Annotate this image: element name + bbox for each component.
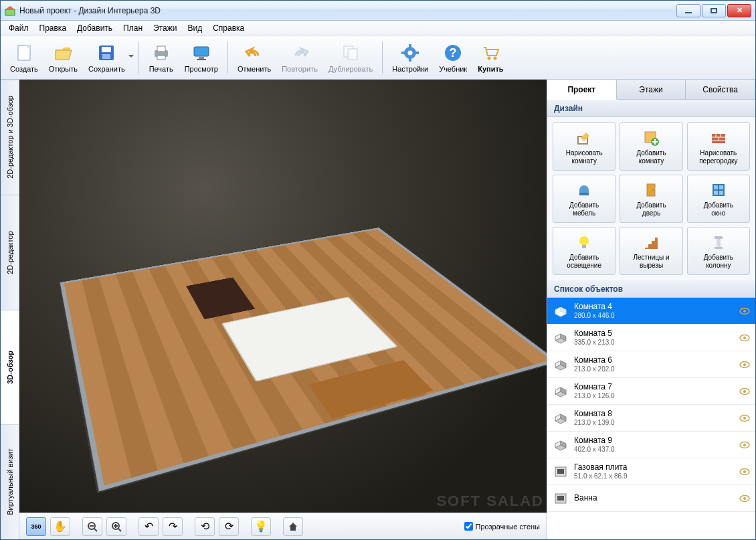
menu-edit[interactable]: Правка — [34, 21, 72, 35]
rotate-cw-button[interactable]: ↷ — [163, 517, 183, 536]
lighting-button[interactable]: 💡 — [251, 517, 271, 536]
object-list-item[interactable]: Комната 8213.0 x 139.0 — [547, 405, 755, 432]
window-icon — [709, 181, 728, 199]
svg-rect-49 — [582, 245, 586, 248]
panel-tabs: Проект Этажи Свойства — [547, 80, 755, 100]
visibility-eye-icon[interactable] — [739, 387, 750, 395]
maximize-button[interactable] — [702, 4, 726, 17]
object-dimensions: 213.0 x 139.0 — [574, 419, 734, 427]
object-list-item[interactable]: Комната 6213.0 x 202.0 — [547, 351, 755, 378]
settings-button[interactable]: Настройки — [387, 39, 434, 76]
svg-point-58 — [743, 363, 746, 366]
view-360-button[interactable]: 360 — [26, 517, 46, 536]
svg-marker-32 — [289, 523, 297, 531]
object-list-item[interactable]: Газовая плита51.0 x 62.1 x 86.9 — [547, 458, 755, 485]
object-list-item[interactable]: Комната 4280.0 x 446.0 — [547, 298, 755, 325]
object-list-item[interactable]: Комната 5335.0 x 213.0 — [547, 325, 755, 351]
draw-partition-button[interactable]: Нарисоватьперегородку — [687, 122, 750, 171]
stairs-cutouts-button[interactable]: Лестницы ивырезы — [620, 227, 682, 275]
object-name: Комната 4 — [574, 302, 734, 311]
draw-room-button[interactable]: Нарисоватькомнату — [553, 122, 616, 171]
redo-button[interactable]: Повторить — [276, 39, 323, 76]
svg-rect-11 — [199, 57, 204, 59]
menu-file[interactable]: Файл — [3, 21, 34, 35]
zoom-out-button[interactable] — [82, 517, 102, 536]
rotate-ccw-button[interactable]: ↶ — [138, 517, 159, 536]
open-button[interactable]: Открыть — [43, 39, 83, 76]
view-toolbar: 360 ✋ ↶ ↷ ⟲ ⟳ 💡 Прозрачные стены — [19, 513, 547, 539]
visibility-eye-icon[interactable] — [739, 361, 750, 369]
menu-add[interactable]: Добавить — [72, 21, 118, 35]
room-3d-icon — [553, 385, 569, 398]
zoom-in-button[interactable] — [106, 517, 126, 536]
menu-help[interactable]: Справка — [207, 21, 250, 35]
rotate-ccw-icon: ↶ — [145, 520, 153, 533]
buy-button[interactable]: Купить — [472, 39, 508, 76]
save-dropdown[interactable] — [128, 55, 134, 60]
tab-floors[interactable]: Этажи — [617, 80, 686, 99]
main-body: 2D-редактор и 3D-обзор 2D-редактор 3D-об… — [1, 80, 755, 539]
vtab-2d-editor[interactable]: 2D-редактор — [1, 195, 19, 310]
visibility-eye-icon[interactable] — [739, 307, 750, 315]
add-column-button[interactable]: Добавитьколонну — [687, 227, 750, 275]
visibility-eye-icon[interactable] — [739, 468, 750, 476]
undo-button[interactable]: Отменить — [232, 39, 276, 76]
svg-rect-2 — [18, 46, 30, 60]
tab-project[interactable]: Проект — [547, 80, 617, 100]
minimize-button[interactable] — [676, 4, 700, 17]
svg-point-48 — [579, 236, 589, 246]
visibility-eye-icon[interactable] — [739, 494, 750, 503]
add-window-button[interactable]: Добавитьокно — [687, 175, 750, 223]
room-3d-icon — [553, 438, 569, 452]
object-list-item[interactable]: Комната 9402.0 x 437.0 — [547, 432, 755, 458]
add-lighting-button[interactable]: Добавитьосвещение — [553, 227, 616, 275]
svg-text:?: ? — [450, 46, 457, 60]
visibility-eye-icon[interactable] — [739, 334, 750, 342]
add-furniture-button[interactable]: Добавитьмебель — [553, 175, 616, 223]
vtab-3d-view[interactable]: 3D-обзор — [1, 310, 19, 425]
add-room-button[interactable]: Добавитькомнату — [620, 122, 682, 171]
transparent-walls-input[interactable] — [464, 522, 473, 531]
home-view-button[interactable] — [283, 517, 303, 536]
svg-point-60 — [743, 390, 746, 393]
tilt-left-button[interactable]: ⟲ — [195, 517, 215, 536]
visibility-eye-icon[interactable] — [739, 441, 750, 449]
pan-button[interactable]: ✋ — [50, 517, 70, 536]
object-dimensions: 213.0 x 126.0 — [574, 392, 734, 400]
object-list[interactable]: Комната 4280.0 x 446.0Комната 5335.0 x 2… — [547, 298, 755, 539]
create-button[interactable]: Создать — [5, 39, 43, 76]
tilt-right-button[interactable]: ⟳ — [219, 517, 239, 536]
svg-rect-70 — [557, 496, 564, 501]
svg-rect-5 — [102, 47, 111, 52]
object-name: Комната 6 — [574, 355, 734, 365]
vtab-2d-3d-combo[interactable]: 2D-редактор и 3D-обзор — [1, 80, 19, 195]
svg-rect-51 — [715, 236, 723, 239]
tab-properties[interactable]: Свойства — [686, 80, 755, 99]
object-list-item[interactable]: Ванна — [547, 485, 755, 512]
svg-rect-8 — [157, 46, 165, 52]
menu-plan[interactable]: План — [118, 21, 148, 35]
folder-open-icon — [52, 42, 74, 64]
cart-icon — [480, 42, 501, 64]
3d-canvas[interactable]: SOFT SALAD — [19, 80, 547, 513]
toolbar-separator — [227, 41, 228, 74]
menu-floors[interactable]: Этажи — [148, 21, 182, 35]
visibility-eye-icon[interactable] — [739, 414, 750, 422]
duplicate-button[interactable]: Дублировать — [323, 39, 378, 76]
save-button[interactable]: Сохранить — [83, 39, 130, 76]
object-list-item[interactable]: Комната 7213.0 x 126.0 — [547, 378, 755, 405]
print-button[interactable]: Печать — [143, 39, 179, 76]
rotate-360-icon: 360 — [31, 523, 41, 530]
svg-point-54 — [743, 310, 746, 312]
tutorial-button[interactable]: ? Учебник — [434, 39, 472, 76]
close-button[interactable]: ✕ — [727, 4, 751, 17]
preview-button[interactable]: Просмотр — [179, 39, 223, 76]
window-title: Новый проект - Дизайн Интерьера 3D — [19, 6, 675, 15]
window-controls: ✕ — [675, 4, 751, 17]
vtab-virtual-visit[interactable]: Виртуальный визит — [1, 424, 19, 539]
svg-point-68 — [743, 470, 746, 473]
add-door-button[interactable]: Добавитьдверь — [620, 175, 682, 223]
menu-view[interactable]: Вид — [182, 21, 207, 35]
transparent-walls-checkbox[interactable]: Прозрачные стены — [464, 522, 540, 531]
app-icon — [5, 5, 15, 16]
